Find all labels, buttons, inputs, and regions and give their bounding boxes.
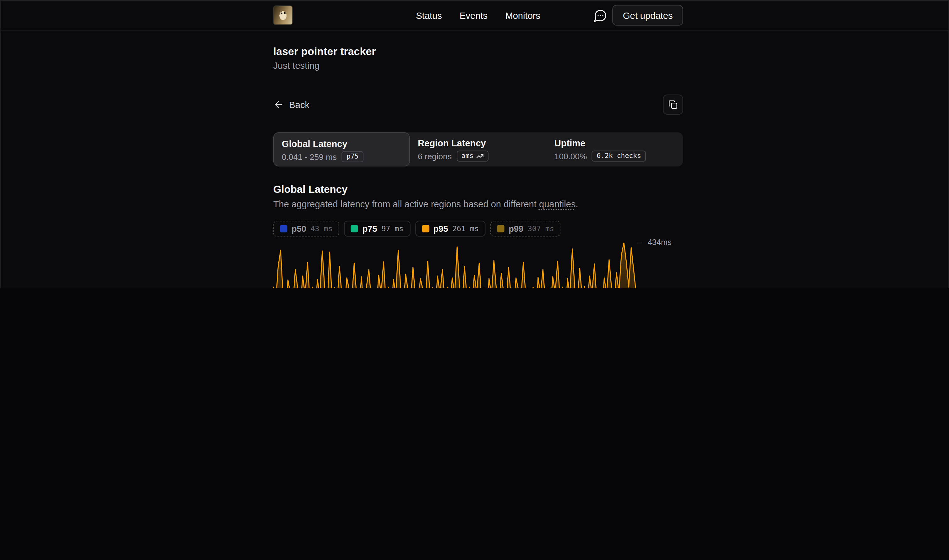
legend-label: p95	[433, 224, 448, 234]
p75-swatch	[351, 225, 358, 232]
copy-link-button[interactable]	[663, 95, 683, 115]
toolbar: Back	[273, 95, 683, 115]
y-tick	[637, 243, 642, 243]
quantile-badge: p75	[341, 151, 363, 162]
legend-value: 97 ms	[381, 224, 403, 233]
card-title: Global Latency	[282, 138, 401, 149]
back-button[interactable]: Back	[273, 95, 309, 115]
card-title: Uptime	[554, 137, 675, 149]
legend-label: p99	[509, 224, 523, 234]
legend-chip-p95[interactable]: p95 261 ms	[415, 221, 485, 237]
get-updates-button[interactable]: Get updates	[612, 5, 683, 26]
nav-menu: Status Events Monitors	[416, 0, 540, 31]
nav-link-monitors[interactable]: Monitors	[505, 10, 540, 20]
chart-canvas[interactable]	[273, 243, 641, 289]
logo-image[interactable]	[273, 5, 293, 25]
region-badge: ams	[457, 151, 489, 162]
legend-label: p75	[363, 224, 377, 234]
message-bubble-icon	[594, 15, 608, 25]
legend-chip-p99[interactable]: p99 307 ms	[491, 221, 561, 237]
p50-swatch	[280, 225, 287, 232]
legend-value: 261 ms	[452, 224, 479, 233]
card-value: 0.041 - 259 ms	[282, 152, 337, 161]
trending-up-icon	[477, 152, 484, 159]
legend-value: 307 ms	[528, 224, 554, 233]
summary-tabs: Global Latency 0.041 - 259 ms p75 Region…	[273, 132, 683, 166]
nav-link-status[interactable]: Status	[416, 10, 442, 20]
p95-swatch	[422, 225, 429, 232]
tab-region-latency[interactable]: Region Latency 6 regions ams	[410, 132, 547, 166]
tab-global-latency[interactable]: Global Latency 0.041 - 259 ms p75	[273, 132, 410, 166]
card-value: 100.00%	[554, 151, 587, 160]
page-subtitle: Just testing	[273, 60, 320, 71]
page: Status Events Monitors Get updates laser…	[0, 0, 949, 288]
legend-chip-p75[interactable]: p75 97 ms	[344, 221, 410, 237]
p99-swatch	[497, 225, 504, 232]
quantiles-link[interactable]: quantiles	[539, 199, 576, 209]
y-axis-label-max: 434ms	[648, 238, 672, 247]
checks-badge: 6.2k checks	[592, 151, 646, 162]
back-label: Back	[289, 99, 309, 109]
legend-value: 43 ms	[311, 224, 332, 233]
tab-uptime[interactable]: Uptime 100.00% 6.2k checks	[547, 132, 683, 166]
chart-legend: p50 43 ms p75 97 ms p95 261 ms p99 307 m…	[273, 221, 561, 237]
latency-chart[interactable]: 434ms 150ms 0ms Nov 16 at 2:30 AM GMT+1 …	[273, 243, 700, 289]
top-nav: Status Events Monitors Get updates	[0, 0, 949, 31]
card-title: Region Latency	[418, 137, 538, 149]
legend-chip-p50[interactable]: p50 43 ms	[273, 221, 339, 237]
section-description: The aggregated latency from all active r…	[273, 199, 578, 209]
legend-label: p50	[292, 224, 306, 234]
arrow-left-icon	[273, 99, 284, 109]
page-title: laser pointer tracker	[273, 45, 376, 58]
section-title: Global Latency	[273, 183, 348, 196]
nav-link-events[interactable]: Events	[460, 10, 488, 20]
feedback-chat-button[interactable]	[594, 8, 608, 23]
copy-icon	[669, 100, 678, 109]
card-value: 6 regions	[418, 151, 452, 160]
